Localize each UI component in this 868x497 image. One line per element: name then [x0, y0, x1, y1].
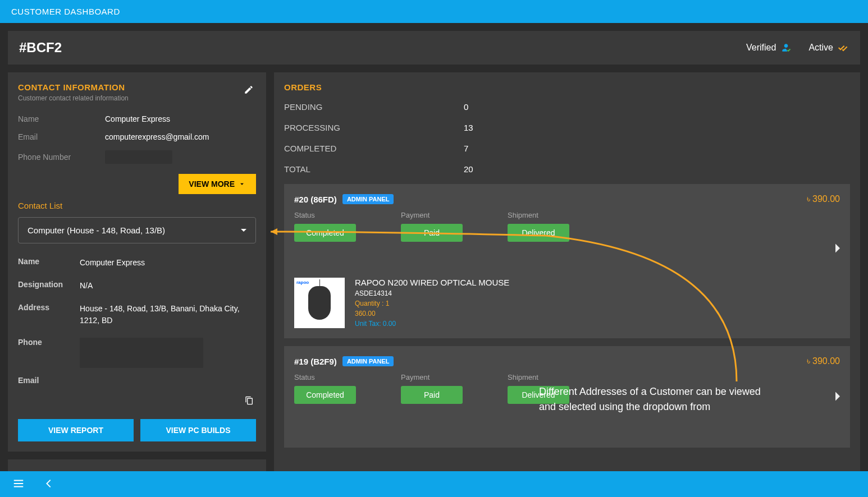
chevron-left-icon — [43, 477, 55, 490]
contact-list-title: Contact List — [18, 201, 256, 210]
cl-address-value: House - 148, Road, 13/B, Banani, Dhaka C… — [80, 303, 256, 326]
active-status: Active — [808, 42, 849, 53]
status-label: Status — [294, 373, 356, 381]
caret-down-icon — [241, 228, 246, 233]
chevron-right-icon — [834, 243, 840, 254]
pending-value: 0 — [464, 102, 468, 112]
email-value: computerexpress@gmail.com — [105, 132, 256, 141]
pending-label: PENDING — [284, 102, 464, 112]
name-label: Name — [18, 114, 105, 123]
view-more-button[interactable]: VIEW MORE — [179, 174, 256, 194]
cl-designation-value: N/A — [80, 280, 256, 292]
phone-label: Phone Number — [18, 153, 105, 162]
shipment-pill: Delivered — [508, 224, 569, 242]
completed-label: COMPLETED — [284, 144, 464, 153]
product-qty: Quantity : 1 — [355, 300, 509, 307]
hamburger-icon — [12, 477, 25, 490]
page-title: CUSTOMER DASHBOARD — [11, 7, 120, 16]
status-pill: Completed — [294, 224, 356, 242]
user-check-icon — [780, 42, 792, 53]
order-card[interactable]: #20 (86FD) ADMIN PANEL ৳ 390.00 Status C… — [284, 184, 850, 338]
view-report-button[interactable]: VIEW REPORT — [18, 419, 134, 441]
menu-button[interactable] — [10, 475, 27, 494]
order-card[interactable]: #19 (B2F9) ADMIN PANEL ৳ 390.00 Status C… — [284, 346, 850, 448]
phone-value-masked — [105, 150, 172, 164]
right-column: ORDERS PENDING 0 PROCESSING 13 COMPLETED… — [274, 72, 860, 497]
orders-summary: PENDING 0 PROCESSING 13 COMPLETED 7 TOTA… — [284, 99, 850, 177]
verified-status: Verified — [746, 42, 792, 53]
edit-contact-button[interactable] — [241, 82, 256, 99]
back-button[interactable] — [40, 475, 57, 494]
payment-label: Payment — [401, 373, 463, 381]
copy-address-button[interactable] — [243, 394, 256, 409]
customer-id: #BCF2 — [19, 40, 62, 56]
processing-value: 13 — [464, 123, 473, 132]
status-pill: Completed — [294, 386, 356, 404]
chevron-right-icon — [834, 392, 840, 402]
cl-name-value: Computer Express — [80, 257, 256, 269]
shipment-label: Shipment — [508, 211, 569, 219]
address-dropdown[interactable]: Computer (House - 148, Road, 13/B) — [18, 217, 256, 243]
view-pc-builds-button[interactable]: VIEW PC BUILDS — [140, 419, 256, 441]
cl-email-label: Email — [18, 357, 80, 385]
order-badge: ADMIN PANEL — [342, 194, 394, 204]
order-price: ৳ 390.00 — [807, 194, 840, 204]
pencil-icon — [244, 85, 254, 95]
product-tax: Unit Tax: 0.00 — [355, 320, 509, 328]
contact-info-card: CONTACT INFORMATION Customer contact rel… — [8, 72, 266, 452]
orders-title: ORDERS — [284, 82, 850, 92]
cl-designation-label: Designation — [18, 280, 80, 292]
payment-pill: Paid — [401, 386, 463, 404]
mouse-icon — [308, 286, 331, 320]
cl-address-label: Address — [18, 303, 80, 326]
order-title: #20 (86FD) — [294, 195, 337, 204]
email-label: Email — [18, 132, 105, 141]
product-name: RAPOO N200 WIRED OPTICAL MOUSE — [355, 278, 509, 287]
customer-header: #BCF2 Verified Active — [8, 31, 860, 65]
shipment-pill: Delivered — [508, 386, 569, 404]
contact-info-title: CONTACT INFORMATION — [18, 82, 129, 92]
bottom-bar — [0, 471, 868, 497]
payment-label: Payment — [401, 211, 463, 219]
status-label: Status — [294, 211, 356, 219]
address-dropdown-selected: Computer (House - 148, Road, 13/B) — [28, 226, 165, 235]
chevron-down-icon — [238, 180, 246, 188]
top-bar: CUSTOMER DASHBOARD — [0, 0, 868, 23]
order-price: ৳ 390.00 — [807, 356, 840, 366]
cl-phone-masked — [80, 338, 203, 368]
completed-value: 7 — [464, 144, 468, 153]
order-line-item: rapoo RAPOO N200 WIRED OPTICAL MOUSE ASD… — [294, 278, 840, 328]
orders-card: ORDERS PENDING 0 PROCESSING 13 COMPLETED… — [274, 72, 860, 497]
left-column: CONTACT INFORMATION Customer contact rel… — [8, 72, 266, 497]
product-image: rapoo — [294, 278, 345, 328]
total-value: 20 — [464, 164, 473, 174]
cl-name-label: Name — [18, 257, 80, 269]
product-sku: ASDE14314 — [355, 289, 509, 297]
total-label: TOTAL — [284, 164, 464, 174]
contact-info-subtitle: Customer contact related information — [18, 94, 129, 102]
double-check-icon — [838, 42, 849, 53]
order-title: #19 (B2F9) — [294, 357, 337, 366]
shipment-label: Shipment — [508, 373, 569, 381]
payment-pill: Paid — [401, 224, 463, 242]
order-badge: ADMIN PANEL — [342, 356, 394, 366]
status-group: Verified Active — [746, 42, 849, 53]
copy-icon — [245, 396, 254, 405]
processing-label: PROCESSING — [284, 123, 464, 132]
product-price: 360.00 — [355, 310, 509, 317]
name-value: Computer Express — [105, 114, 256, 123]
